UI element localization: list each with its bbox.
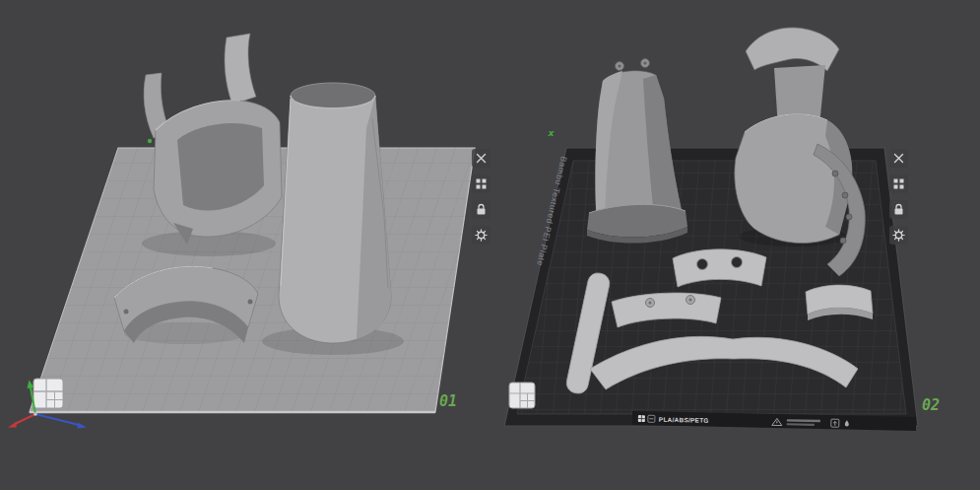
- rib-boss: [832, 171, 838, 176]
- bracket-hole: [732, 257, 743, 268]
- model-main-shin-guard[interactable]: [279, 83, 391, 343]
- delete-plate-icon[interactable]: [889, 149, 908, 168]
- lock-body: [478, 209, 486, 215]
- boss-hole: [649, 302, 652, 305]
- icon-chip: [889, 226, 908, 245]
- arrange-plate-icon[interactable]: [472, 175, 490, 193]
- bambu-logo-icon: [33, 379, 63, 408]
- icon-chip: [472, 226, 490, 245]
- band-hole: [248, 300, 253, 305]
- band-material-label: PLA/ABS/PETG: [659, 416, 709, 424]
- logo-tile: [33, 379, 63, 408]
- arrange-plate-icon[interactable]: [889, 175, 908, 193]
- rib-boss: [846, 214, 852, 220]
- lock-plate-icon[interactable]: [472, 200, 490, 219]
- bracket-hole: [697, 259, 708, 270]
- plate-settings-icon[interactable]: [889, 226, 908, 245]
- plate-index-label[interactable]: 02: [922, 396, 940, 414]
- icon-chip: [889, 175, 908, 193]
- icon-chip: [472, 175, 490, 193]
- delete-plate-icon[interactable]: [472, 149, 490, 168]
- rib-boss: [842, 192, 848, 198]
- plate-origin-marker: [148, 139, 152, 143]
- boss-hole: [689, 299, 692, 302]
- rib-boss: [840, 238, 846, 244]
- screw-post-hole: [618, 64, 621, 67]
- lock-body: [895, 209, 903, 215]
- band-hole: [124, 310, 129, 315]
- axis-origin: [33, 412, 37, 416]
- screw-post-hole: [643, 61, 646, 64]
- bambu-logo-icon: [509, 383, 535, 408]
- viewport-3d[interactable]: 01: [0, 0, 980, 490]
- plate-index-label[interactable]: 01: [439, 392, 457, 410]
- lock-plate-icon[interactable]: [889, 200, 908, 219]
- plate-settings-icon[interactable]: [472, 226, 490, 245]
- logo-tile: [509, 383, 535, 408]
